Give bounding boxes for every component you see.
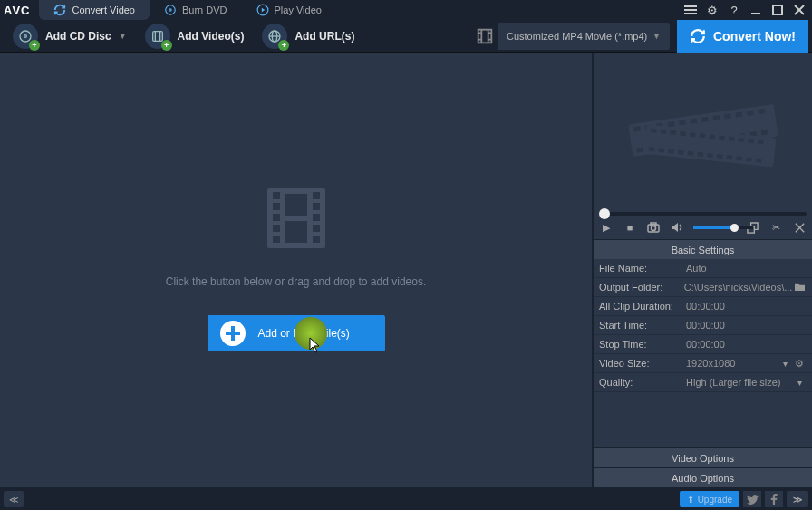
svg-rect-74 (738, 138, 744, 142)
svg-rect-36 (313, 236, 320, 243)
chevron-down-icon[interactable]: ▾ (778, 359, 792, 369)
plus-badge-icon: + (29, 40, 40, 51)
setting-label: Quality: (599, 377, 686, 388)
globe-icon: + (262, 24, 287, 49)
add-or-drag-files-button[interactable]: Add or Drag File(s) (208, 315, 385, 351)
settings-gear-icon[interactable]: ⚙ (703, 2, 721, 18)
setting-value[interactable]: C:\Users\nicks\Videos\... (684, 282, 793, 293)
up-arrow-icon: ⬆ (687, 495, 694, 505)
svg-rect-88 (755, 159, 761, 163)
setting-value[interactable]: 1920x1080 (686, 358, 778, 369)
svg-rect-78 (658, 148, 664, 152)
button-label: Add CD Disc (45, 30, 111, 43)
button-label: Add Video(s) (178, 30, 245, 43)
setting-label: Stop Time: (599, 339, 686, 350)
audio-options-bar[interactable]: Audio Options (594, 467, 812, 487)
film-placeholder-icon (260, 188, 333, 248)
svg-rect-44 (679, 120, 686, 125)
setting-value[interactable]: Auto (686, 263, 807, 274)
setting-label: File Name: (599, 263, 686, 274)
volume-slider[interactable] (693, 226, 735, 229)
svg-rect-86 (736, 156, 742, 160)
svg-rect-83 (707, 153, 713, 158)
video-options-bar[interactable]: Video Options (594, 447, 812, 467)
progress-slider[interactable] (599, 212, 807, 216)
svg-rect-81 (687, 151, 693, 156)
setting-output-folder: Output Folder: C:\Users\nicks\Videos\... (594, 278, 812, 297)
app-logo: AVC (4, 4, 30, 17)
collapse-left-icon[interactable]: ≪ (4, 491, 24, 507)
svg-rect-72 (719, 135, 725, 140)
options-icon[interactable] (682, 2, 700, 18)
film-strip-icon (622, 85, 785, 176)
svg-rect-71 (709, 134, 715, 139)
output-format-select[interactable]: Customized MP4 Movie (*.mp4) ▼ (498, 23, 670, 50)
setting-value[interactable]: 00:00:00 (686, 339, 807, 350)
disc-icon: + (13, 24, 38, 49)
svg-rect-4 (684, 5, 697, 7)
tab-label: Burn DVD (182, 5, 227, 15)
crop-icon[interactable] (792, 220, 807, 235)
svg-rect-77 (648, 147, 654, 151)
volume-icon[interactable] (670, 220, 684, 235)
svg-rect-43 (667, 121, 674, 127)
svg-rect-51 (758, 109, 765, 114)
maximize-icon[interactable] (768, 2, 787, 18)
title-bar: AVC Convert Video Burn DVD Play Video ⚙ … (0, 0, 812, 20)
setting-label: Start Time: (599, 320, 686, 331)
svg-rect-27 (273, 192, 280, 199)
play-button[interactable]: ▶ (599, 220, 614, 235)
svg-rect-30 (273, 225, 280, 232)
setting-label: All Clip Duration: (599, 301, 686, 312)
svg-rect-28 (273, 203, 280, 210)
stop-button[interactable]: ■ (623, 220, 637, 235)
expand-right-icon[interactable]: ≫ (787, 491, 808, 507)
plus-badge-icon: + (161, 40, 172, 51)
svg-rect-80 (677, 150, 683, 155)
setting-start-time: Start Time: 00:00:00 (594, 316, 812, 335)
progress-handle[interactable] (599, 208, 610, 219)
svg-marker-3 (261, 8, 265, 13)
film-icon: + (145, 24, 170, 49)
button-label: Convert Now! (713, 29, 796, 43)
chevron-down-icon[interactable]: ▾ (792, 378, 807, 388)
setting-stop-time: Stop Time: 00:00:00 (594, 335, 812, 354)
twitter-icon[interactable] (743, 491, 761, 507)
svg-rect-40 (633, 126, 641, 131)
svg-point-90 (652, 226, 656, 231)
add-cd-disc-button[interactable]: + Add CD Disc ▼ (4, 22, 136, 51)
player-controls: ▶ ■ ✂ (594, 216, 812, 239)
volume-handle[interactable] (730, 224, 739, 232)
drop-area[interactable]: Click the button below or drag and drop … (0, 53, 594, 487)
minimize-icon[interactable] (747, 2, 765, 18)
help-icon[interactable]: ? (725, 2, 743, 18)
add-videos-button[interactable]: + Add Video(s) (136, 22, 254, 51)
facebook-icon[interactable] (765, 491, 783, 507)
setting-value[interactable]: 00:00:00 (686, 320, 807, 331)
browse-folder-icon[interactable] (792, 282, 807, 293)
gear-icon[interactable]: ⚙ (792, 358, 807, 370)
svg-rect-38 (285, 221, 307, 243)
tab-label: Play Video (275, 5, 322, 15)
snapshot-button[interactable] (646, 220, 661, 235)
chevron-down-icon[interactable]: ▼ (119, 32, 127, 41)
close-icon[interactable] (790, 2, 808, 18)
convert-now-button[interactable]: Convert Now! (677, 20, 808, 53)
basic-settings-header: Basic Settings (594, 239, 812, 259)
svg-rect-45 (690, 118, 697, 123)
svg-point-1 (169, 9, 171, 11)
svg-rect-52 (636, 147, 643, 152)
setting-quality: Quality: High (Larger file size) ▾ (594, 373, 812, 392)
plus-icon (220, 321, 246, 346)
tab-play-video[interactable]: Play Video (242, 0, 336, 20)
refresh-icon (53, 4, 66, 16)
svg-rect-37 (285, 194, 307, 216)
tab-convert-video[interactable]: Convert Video (39, 0, 150, 20)
drop-hint-text: Click the button below or drag and drop … (166, 275, 427, 288)
add-urls-button[interactable]: + Add URL(s) (253, 22, 363, 51)
scissors-icon[interactable]: ✂ (768, 220, 783, 235)
setting-value[interactable]: High (Larger file size) (686, 377, 792, 388)
tab-burn-dvd[interactable]: Burn DVD (150, 0, 242, 20)
upgrade-button[interactable]: ⬆ Upgrade (680, 491, 740, 507)
setting-video-size: Video Size: 1920x1080 ▾ ⚙ (594, 354, 812, 373)
